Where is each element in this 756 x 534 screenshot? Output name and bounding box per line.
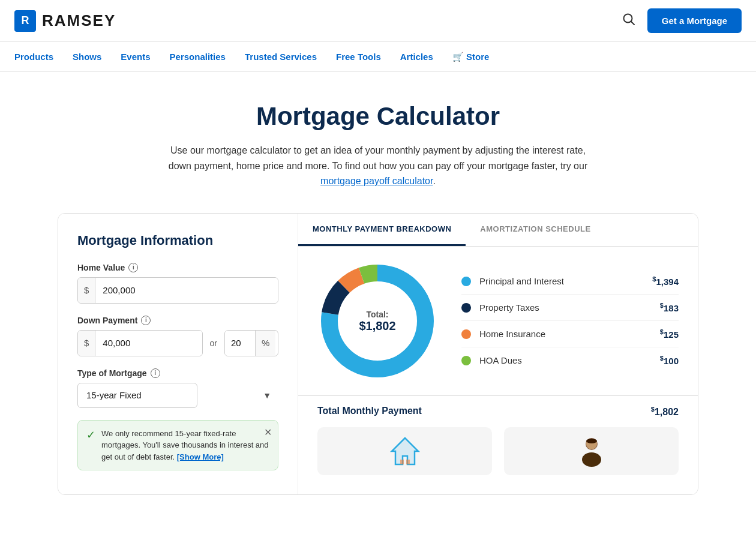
hoa-dues-value: $100 (660, 355, 679, 366)
house-card (317, 427, 492, 475)
home-insurance-value: $125 (660, 328, 679, 340)
home-value-input-wrapper: $ (77, 277, 278, 304)
nav-item-articles[interactable]: Articles (400, 52, 433, 62)
house-icon (387, 433, 423, 469)
property-taxes-value: $183 (660, 302, 679, 313)
svg-rect-9 (406, 460, 410, 464)
down-payment-input-wrapper: $ (77, 330, 203, 356)
tabs-container: MONTHLY PAYMENT BREAKDOWN AMORTIZATION S… (298, 214, 698, 247)
percent-wrapper: % (224, 330, 278, 356)
calculator-wrapper: Mortgage Information Home Value i $ Down… (48, 213, 708, 519)
down-payment-group: Down Payment i $ or % (77, 316, 278, 356)
search-button[interactable] (622, 13, 635, 29)
search-icon (622, 13, 635, 26)
down-payment-row: $ or % (77, 330, 278, 356)
total-monthly-label: Total Monthly Payment (317, 406, 422, 418)
home-insurance-label: Home Insurance (479, 329, 660, 339)
principal-value: $1,394 (652, 275, 679, 287)
calculator-card: Mortgage Information Home Value i $ Down… (58, 213, 698, 495)
total-monthly-value: $1,802 (651, 406, 679, 418)
bottom-cards (298, 418, 698, 475)
chevron-down-icon: ▼ (263, 391, 271, 400)
mortgage-type-select[interactable]: 15-year Fixed 30-year Fixed 5/1 ARM (77, 383, 197, 408)
home-value-input[interactable] (95, 278, 278, 303)
hoa-dues-dot (461, 356, 471, 365)
property-taxes-dot (461, 303, 471, 313)
home-value-label: Home Value i (77, 263, 278, 272)
tab-monthly-breakdown[interactable]: MONTHLY PAYMENT BREAKDOWN (298, 214, 466, 246)
recommendation-notice: ✓ We only recommend 15-year fixed-rate m… (77, 420, 278, 471)
hoa-dues-label: HOA Dues (479, 355, 660, 365)
principal-label: Principal and Interest (479, 276, 652, 286)
home-insurance-dot (461, 329, 471, 339)
breakdown-area: Total: $1,802 Principal and Interest $1,… (298, 247, 698, 395)
home-value-info-icon[interactable]: i (128, 263, 138, 272)
logo-text: RAMSEY (42, 11, 116, 30)
mortgage-info-title: Mortgage Information (77, 233, 278, 248)
home-value-group: Home Value i $ (77, 263, 278, 304)
down-payment-info-icon[interactable]: i (141, 316, 151, 325)
legend-item-home-insurance: Home Insurance $125 (461, 321, 679, 347)
nav-item-trusted-services[interactable]: Trusted Services (245, 52, 317, 62)
legend-item-property-taxes: Property Taxes $183 (461, 295, 679, 321)
hero-section: Mortgage Calculator Use our mortgage cal… (138, 72, 618, 213)
nav-item-events[interactable]: Events (121, 52, 150, 62)
site-header: R RAMSEY Get a Mortgage (0, 0, 756, 42)
down-payment-prefix: $ (78, 331, 95, 356)
nav-item-shows[interactable]: Shows (73, 52, 101, 62)
page-title: Mortgage Calculator (152, 102, 604, 131)
nav-item-products[interactable]: Products (14, 52, 53, 62)
legend-item-hoa-dues: HOA Dues $100 (461, 347, 679, 373)
legend-item-principal: Principal and Interest $1,394 (461, 268, 679, 295)
down-payment-label: Down Payment i (77, 316, 278, 325)
breakdown-legend: Principal and Interest $1,394 Property T… (461, 268, 679, 373)
or-text: or (210, 338, 217, 348)
mortgage-info-panel: Mortgage Information Home Value i $ Down… (58, 214, 298, 494)
nav-item-store[interactable]: 🛒 Store (452, 52, 490, 62)
total-monthly-row: Total Monthly Payment $1,802 (298, 395, 698, 418)
svg-rect-8 (400, 460, 404, 464)
header-right: Get a Mortgage (622, 8, 742, 33)
person-card (504, 427, 679, 475)
show-more-link[interactable]: [Show More] (177, 452, 224, 461)
property-taxes-label: Property Taxes (479, 302, 660, 313)
payoff-calculator-link[interactable]: mortgage payoff calculator (320, 176, 433, 186)
donut-chart: Total: $1,802 (317, 261, 437, 381)
mortgage-type-group: Type of Mortgage i 15-year Fixed 30-year… (77, 368, 278, 408)
home-value-prefix: $ (78, 278, 95, 303)
down-payment-input[interactable] (95, 331, 202, 356)
get-mortgage-button[interactable]: Get a Mortgage (647, 8, 742, 33)
svg-point-13 (586, 439, 597, 443)
svg-point-11 (582, 452, 601, 467)
notice-close-button[interactable]: ✕ (264, 427, 272, 438)
notice-text: We only recommend 15-year fixed-rate mor… (101, 428, 269, 463)
donut-center-label: Total: $1,802 (359, 309, 395, 332)
nav-item-personalities[interactable]: Personalities (170, 52, 226, 62)
nav-item-free-tools[interactable]: Free Tools (336, 52, 381, 62)
svg-line-1 (631, 22, 634, 25)
percent-input[interactable] (225, 331, 255, 356)
percent-suffix: % (255, 331, 275, 356)
principal-dot (461, 277, 471, 286)
mortgage-type-info-icon[interactable]: i (151, 368, 160, 378)
mortgage-type-label: Type of Mortgage i (77, 368, 278, 378)
check-circle-icon: ✓ (86, 428, 95, 442)
logo[interactable]: R RAMSEY (14, 10, 116, 32)
breakdown-panel: MONTHLY PAYMENT BREAKDOWN AMORTIZATION S… (298, 214, 698, 494)
hero-description: Use our mortgage calculator to get an id… (152, 143, 604, 189)
logo-icon: R (14, 10, 36, 32)
main-nav: Products Shows Events Personalities Trus… (0, 42, 756, 72)
person-icon (574, 433, 610, 469)
mortgage-type-select-wrapper: 15-year Fixed 30-year Fixed 5/1 ARM ▼ (77, 383, 278, 408)
tab-amortization[interactable]: AMORTIZATION SCHEDULE (466, 214, 605, 246)
